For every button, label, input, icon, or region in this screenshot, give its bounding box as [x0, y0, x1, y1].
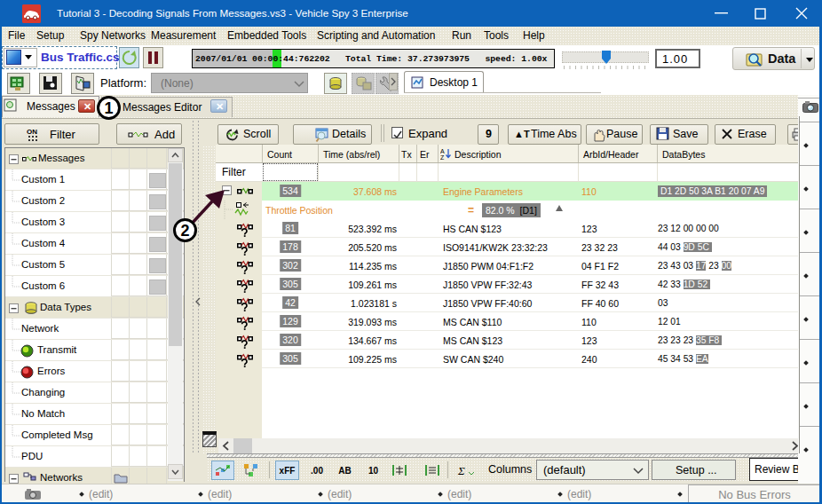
svg-text:Z: Z [440, 154, 445, 160]
svg-text:ON: ON [27, 128, 37, 136]
svg-text:Σ: Σ [457, 464, 465, 477]
svg-text:A: A [440, 148, 445, 154]
